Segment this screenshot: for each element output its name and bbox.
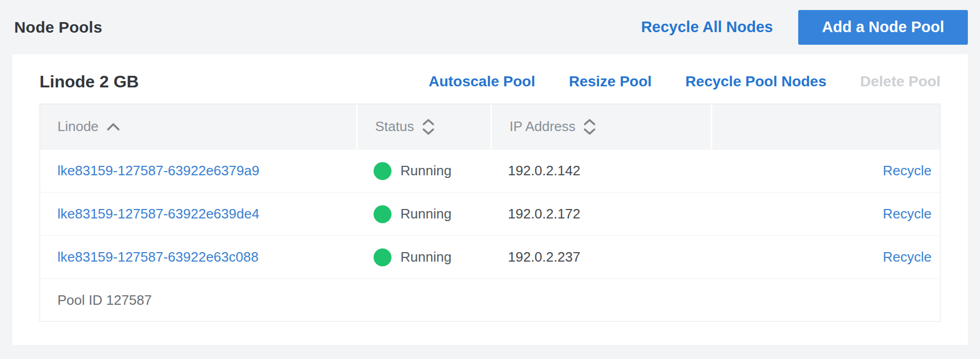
delete-pool-link: Delete Pool	[860, 73, 940, 90]
status-label: Running	[400, 249, 452, 265]
resize-pool-link[interactable]: Resize Pool	[569, 73, 652, 90]
status-cell: Running	[356, 236, 491, 278]
autoscale-pool-link[interactable]: Autoscale Pool	[428, 73, 535, 90]
actions-cell: Recycle	[711, 193, 940, 235]
column-label: Linode	[57, 118, 99, 135]
ip-cell: 192.0.2.142	[491, 149, 711, 192]
recycle-node-link[interactable]: Recycle	[883, 249, 932, 265]
status-label: Running	[400, 206, 452, 222]
linode-cell: lke83159-127587-63922e6379a9	[40, 149, 356, 192]
table-row: lke83159-127587-63922e6379a9 Running 192…	[40, 149, 940, 192]
linode-cell: lke83159-127587-63922e639de4	[40, 193, 356, 235]
sort-ascending-icon	[106, 122, 121, 132]
table-footer-row: Pool ID 127587	[40, 278, 940, 321]
node-pool-card: Linode 2 GB Autoscale Pool Resize Pool R…	[12, 54, 968, 345]
table-row: lke83159-127587-63922e63c088 Running 192…	[40, 235, 940, 278]
actions-cell: Recycle	[711, 149, 940, 192]
status-label: Running	[400, 163, 452, 179]
table-row: lke83159-127587-63922e639de4 Running 192…	[40, 192, 940, 235]
column-header-actions	[711, 104, 940, 149]
nodes-table: Linode Status	[40, 104, 940, 322]
linode-link[interactable]: lke83159-127587-63922e63c088	[57, 249, 259, 265]
linode-link[interactable]: lke83159-127587-63922e639de4	[57, 206, 259, 222]
status-running-icon	[374, 205, 391, 223]
column-header-status[interactable]: Status	[356, 104, 491, 149]
add-node-pool-button[interactable]: Add a Node Pool	[798, 10, 968, 45]
status-running-icon	[374, 162, 391, 180]
table-header-row: Linode Status	[40, 104, 940, 149]
topbar: Node Pools Recycle All Nodes Add a Node …	[0, 0, 980, 54]
column-label: Status	[375, 118, 414, 135]
actions-cell: Recycle	[711, 236, 940, 278]
page-title: Node Pools	[14, 18, 102, 36]
ip-cell: 192.0.2.237	[491, 236, 711, 278]
column-header-ip-address[interactable]: IP Address	[491, 104, 711, 149]
sort-icon	[422, 118, 435, 136]
ip-cell: 192.0.2.172	[491, 193, 711, 235]
linode-link[interactable]: lke83159-127587-63922e6379a9	[57, 163, 259, 179]
linode-cell: lke83159-127587-63922e63c088	[40, 236, 356, 278]
pool-id-label: Pool ID 127587	[57, 292, 152, 308]
node-pools-page: Node Pools Recycle All Nodes Add a Node …	[0, 0, 980, 359]
recycle-all-nodes-link[interactable]: Recycle All Nodes	[641, 18, 773, 36]
recycle-pool-nodes-link[interactable]: Recycle Pool Nodes	[685, 73, 827, 90]
recycle-node-link[interactable]: Recycle	[883, 206, 932, 222]
pool-title: Linode 2 GB	[40, 72, 139, 92]
column-header-linode[interactable]: Linode	[40, 104, 356, 149]
column-label: IP Address	[509, 118, 575, 135]
pool-actions: Autoscale Pool Resize Pool Recycle Pool …	[428, 73, 940, 90]
ip-address: 192.0.2.172	[508, 206, 580, 222]
status-running-icon	[374, 248, 391, 266]
status-cell: Running	[356, 193, 491, 235]
status-cell: Running	[356, 149, 491, 192]
recycle-node-link[interactable]: Recycle	[883, 163, 932, 179]
sort-icon	[583, 118, 596, 136]
pool-card-header: Linode 2 GB Autoscale Pool Resize Pool R…	[40, 54, 940, 102]
topbar-actions: Recycle All Nodes Add a Node Pool	[641, 10, 968, 45]
ip-address: 192.0.2.237	[508, 249, 580, 265]
ip-address: 192.0.2.142	[508, 163, 580, 179]
